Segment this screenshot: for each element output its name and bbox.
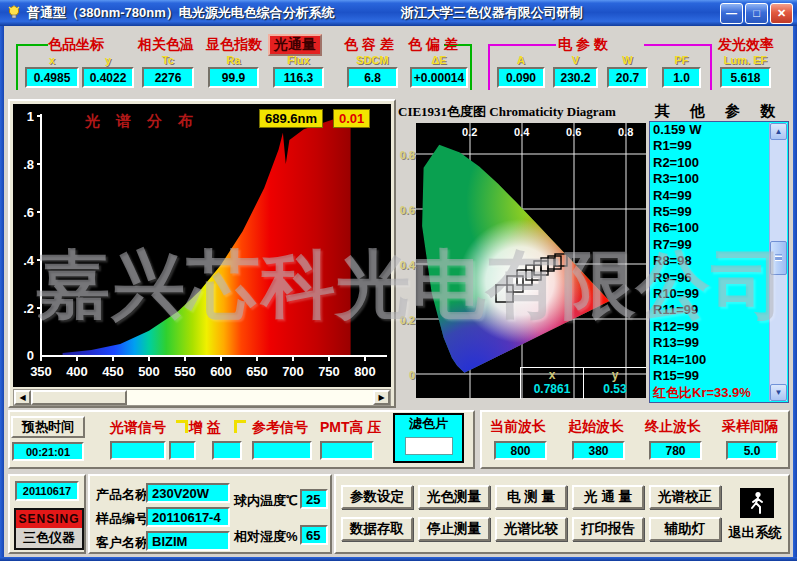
cri-group-label: 显色指数 xyxy=(206,36,262,54)
data-access-button[interactable]: 数据存取 xyxy=(341,517,413,541)
field-y: y0.4022 xyxy=(82,54,134,88)
spectrum-compare-button[interactable]: 光谱比较 xyxy=(495,517,567,541)
cie-ytick: 0 xyxy=(396,369,415,381)
cie-horseshoe xyxy=(416,123,646,398)
cie-xtick: 0.6 xyxy=(566,126,581,138)
app-window: 普通型（380nm-780nm）电光源光电色综合分析系统 浙江大学三色仪器有限公… xyxy=(0,0,797,561)
list-item: R3=100 xyxy=(650,171,788,187)
filter-color-swatch[interactable] xyxy=(405,437,453,455)
wavelength-readout: 689.6nm xyxy=(259,109,323,128)
pmt-label: PMT高 压 xyxy=(320,419,381,437)
sample-info-panel: 产品名称 230V20W 球内温度℃ 25 样品编号 20110617-4 相对… xyxy=(88,474,332,554)
pmt-value xyxy=(320,441,374,460)
params-scrollbar-thumb[interactable] xyxy=(770,241,787,275)
field-power: W20.7 xyxy=(607,54,648,88)
aux-lamp-button[interactable]: 辅助灯 xyxy=(649,517,721,541)
title-bar[interactable]: 普通型（380nm-780nm）电光源光电色综合分析系统 浙江大学三色仪器有限公… xyxy=(0,0,797,26)
customer-input[interactable]: BIZIM xyxy=(146,531,230,551)
ref-signal-value xyxy=(252,441,312,460)
end-wl-value[interactable]: 780 xyxy=(649,441,702,460)
field-tc: Tc2276 xyxy=(142,54,194,88)
svg-text:400: 400 xyxy=(66,364,88,379)
cursor-y-value: 0.53 xyxy=(583,382,646,399)
spd-scrollbar[interactable]: ◀ ▶ xyxy=(13,389,391,406)
maximize-button[interactable]: □ xyxy=(745,3,768,24)
electric-measure-button[interactable]: 电 测 量 xyxy=(495,485,567,509)
print-report-button[interactable]: 打印报告 xyxy=(572,517,644,541)
v-sublabel: V xyxy=(553,54,598,66)
spd-chart-title: 光谱分布 xyxy=(85,112,209,131)
start-wl-value[interactable]: 380 xyxy=(572,441,625,460)
list-item: R8=98 xyxy=(650,253,788,269)
spd-y-axis: 1 .8 .6 .4 .2 0 xyxy=(23,109,35,363)
svg-text:.2: .2 xyxy=(23,301,34,316)
svg-text:700: 700 xyxy=(282,364,304,379)
scroll-left-arrow-icon[interactable]: ◀ xyxy=(14,390,31,405)
preheat-time-button[interactable]: 预热时间 xyxy=(11,416,85,438)
spectrum-calibrate-button[interactable]: 光谱校正 xyxy=(649,485,721,509)
flux-group-label[interactable]: 光通量 xyxy=(268,34,322,56)
color-measure-button[interactable]: 光色测量 xyxy=(418,485,490,509)
sample-input[interactable]: 20110617-4 xyxy=(146,507,230,527)
scroll-right-arrow-icon[interactable]: ▶ xyxy=(373,390,390,405)
exit-walking-person-icon[interactable] xyxy=(740,488,774,518)
ref-signal-label: 参考信号 xyxy=(252,419,308,437)
svg-text:750: 750 xyxy=(318,364,340,379)
params-setting-button[interactable]: 参数设定 xyxy=(341,485,413,509)
interval-value[interactable]: 5.0 xyxy=(726,441,778,460)
gain-bracket-right-icon xyxy=(234,420,246,433)
humidity-label: 相对湿度% xyxy=(234,528,298,546)
cursor-x-value: 0.7861 xyxy=(520,382,583,399)
product-input[interactable]: 230V20W xyxy=(146,483,230,503)
lumef-sublabel: Lum. EF xyxy=(720,54,771,66)
cie-chart[interactable]: 0.2 0.4 0.6 0.8 x y 0.7861 0.53 xyxy=(416,123,646,398)
brand-panel: 20110617 SENSING 三色仪器 xyxy=(8,474,86,554)
gain-value xyxy=(212,441,242,460)
scroll-up-arrow-icon[interactable]: ▲ xyxy=(770,123,787,140)
list-item: R15=99 xyxy=(650,368,788,384)
sdcm-sublabel: SDCM xyxy=(347,54,398,66)
exit-system-button[interactable]: 退出系统 xyxy=(728,524,782,542)
svg-text:.8: .8 xyxy=(23,157,34,172)
flux-value: 116.3 xyxy=(273,67,324,88)
window-subtitle: 浙江大学三色仪器有限公司研制 xyxy=(401,4,583,22)
scroll-down-arrow-icon[interactable]: ▼ xyxy=(770,384,787,401)
spd-curve xyxy=(63,116,351,355)
svg-text:600: 600 xyxy=(210,364,232,379)
temp-input[interactable]: 25 xyxy=(300,489,328,509)
humidity-input[interactable]: 65 xyxy=(300,525,328,545)
svg-text:350: 350 xyxy=(30,364,52,379)
svg-text:0: 0 xyxy=(27,348,34,363)
list-item: R11=99 xyxy=(650,302,788,318)
spectral-signal-aux-value xyxy=(169,441,196,460)
x-sublabel: x xyxy=(25,54,79,66)
svg-text:800: 800 xyxy=(354,364,376,379)
close-button[interactable]: ✕ xyxy=(770,3,793,24)
params-scrollbar[interactable]: ▲ ▼ xyxy=(769,123,787,401)
flux-sublabel: Flux xyxy=(273,54,324,66)
spectral-chart[interactable]: 1 .8 .6 .4 .2 0 350 400 450 500 550 600 … xyxy=(13,104,391,387)
spd-scrollbar-thumb[interactable] xyxy=(31,390,127,405)
interval-label: 采样间隔 xyxy=(722,418,778,436)
flux-measure-button[interactable]: 光 通 量 xyxy=(572,485,644,509)
cct-group-label: 相关色温 xyxy=(138,36,194,54)
red-ratio-item: 红色比Kr=33.9% xyxy=(650,385,788,401)
list-item: R1=99 xyxy=(650,138,788,154)
cie-xtick: 0.2 xyxy=(462,126,477,138)
svg-text:1: 1 xyxy=(27,109,34,124)
brand-logo: SENSING 三色仪器 xyxy=(14,508,84,550)
actions-panel: 参数设定 光色测量 电 测 量 光 通 量 光谱校正 数据存取 停止测量 光谱比… xyxy=(334,474,790,554)
window-border-left xyxy=(0,26,4,561)
x-value: 0.4985 xyxy=(25,67,79,88)
other-params-title: 其 他 参 数 xyxy=(648,102,790,121)
field-flux: Flux116.3 xyxy=(273,54,324,88)
window-border-right xyxy=(793,26,797,561)
list-item: 0.159 W xyxy=(650,122,788,138)
lamp-icon xyxy=(6,5,22,21)
minimize-button[interactable]: — xyxy=(720,3,743,24)
other-params-list[interactable]: 0.159 W R1=99 R2=100 R3=100 R4=99 R5=99 … xyxy=(649,121,789,403)
window-title: 普通型（380nm-780nm）电光源光电色综合分析系统 xyxy=(27,4,335,22)
field-x: x0.4985 xyxy=(25,54,79,88)
field-de: ΔE+0.00014 xyxy=(410,54,468,88)
stop-measure-button[interactable]: 停止测量 xyxy=(418,517,490,541)
